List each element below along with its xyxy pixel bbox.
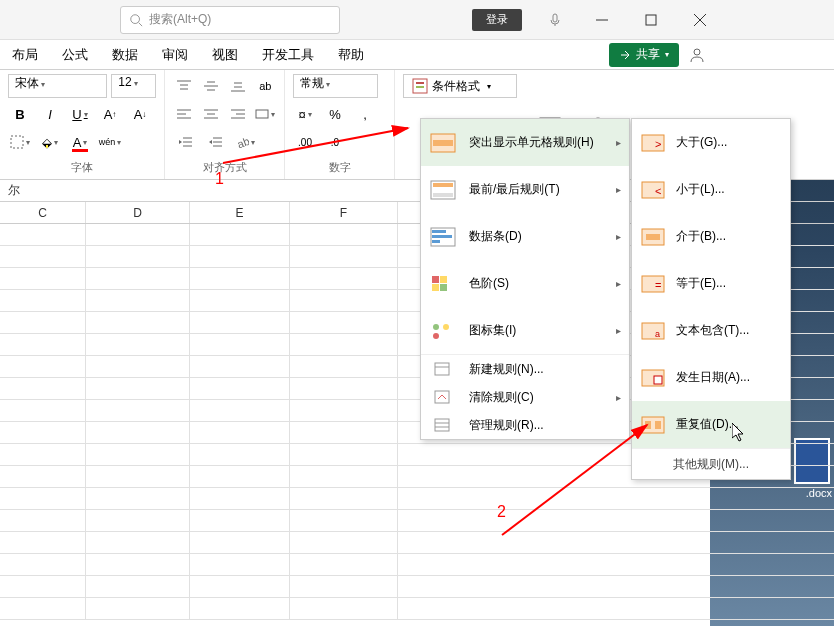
- cell[interactable]: [190, 356, 290, 377]
- cell[interactable]: [0, 466, 86, 487]
- menu-highlight-cells[interactable]: 突出显示单元格规则(H) ▸: [421, 119, 629, 166]
- close-button[interactable]: [688, 8, 712, 32]
- cell[interactable]: [86, 488, 190, 509]
- border-button[interactable]: [8, 130, 32, 154]
- cell[interactable]: [0, 422, 86, 443]
- menu-layout[interactable]: 布局: [0, 40, 50, 69]
- font-name-select[interactable]: 宋体: [8, 74, 107, 98]
- cell[interactable]: [0, 356, 86, 377]
- cell[interactable]: [86, 246, 190, 267]
- conditional-format-button[interactable]: 条件格式 ▾: [403, 74, 517, 98]
- wrap-text-button[interactable]: ab: [255, 74, 276, 98]
- cell[interactable]: [0, 290, 86, 311]
- menu-manage-rules[interactable]: 管理规则(R)...: [421, 411, 629, 439]
- cell[interactable]: [290, 378, 398, 399]
- font-size-select[interactable]: 12: [111, 74, 156, 98]
- cell[interactable]: [290, 312, 398, 333]
- align-center-button[interactable]: [200, 102, 221, 126]
- search-input[interactable]: 搜索(Alt+Q): [120, 6, 340, 34]
- menu-devtools[interactable]: 开发工具: [250, 40, 326, 69]
- cell[interactable]: [0, 488, 86, 509]
- italic-button[interactable]: I: [38, 102, 62, 126]
- menu-data[interactable]: 数据: [100, 40, 150, 69]
- cell[interactable]: [290, 422, 398, 443]
- submenu-duplicate[interactable]: 重复值(D)...: [632, 401, 790, 448]
- fill-color-button[interactable]: ⬙: [38, 130, 62, 154]
- cell[interactable]: [190, 268, 290, 289]
- cell[interactable]: [86, 356, 190, 377]
- cell[interactable]: [190, 422, 290, 443]
- cell[interactable]: [190, 312, 290, 333]
- cell[interactable]: [86, 422, 190, 443]
- cell[interactable]: [290, 488, 398, 509]
- cell[interactable]: [190, 444, 290, 465]
- cell[interactable]: [290, 224, 398, 245]
- increase-decimal-button[interactable]: .00: [293, 130, 317, 154]
- menu-top-bottom[interactable]: 最前/最后规则(T) ▸: [421, 166, 629, 213]
- cell[interactable]: [0, 598, 86, 619]
- col-header-e[interactable]: E: [190, 202, 290, 223]
- ruby-button[interactable]: wén: [98, 130, 122, 154]
- submenu-greater[interactable]: > 大于(G)...: [632, 119, 790, 166]
- col-header-f[interactable]: F: [290, 202, 398, 223]
- cell[interactable]: [290, 576, 398, 597]
- cell[interactable]: [290, 532, 398, 553]
- menu-clear-rules[interactable]: 清除规则(C) ▸: [421, 383, 629, 411]
- menu-new-rule[interactable]: 新建规则(N)...: [421, 355, 629, 383]
- cell[interactable]: [86, 466, 190, 487]
- font-color-button[interactable]: A: [68, 130, 92, 154]
- align-bottom-button[interactable]: [228, 74, 249, 98]
- cell[interactable]: [190, 466, 290, 487]
- cell[interactable]: [86, 290, 190, 311]
- cell[interactable]: [86, 400, 190, 421]
- decrease-decimal-button[interactable]: .0: [323, 130, 347, 154]
- cell[interactable]: [290, 400, 398, 421]
- menu-view[interactable]: 视图: [200, 40, 250, 69]
- submenu-between[interactable]: 介于(B)...: [632, 213, 790, 260]
- cell[interactable]: [0, 224, 86, 245]
- cell[interactable]: [86, 334, 190, 355]
- col-header-d[interactable]: D: [86, 202, 190, 223]
- menu-help[interactable]: 帮助: [326, 40, 376, 69]
- cell[interactable]: [190, 334, 290, 355]
- percent-button[interactable]: %: [323, 102, 347, 126]
- cell[interactable]: [86, 598, 190, 619]
- merge-button[interactable]: [255, 102, 276, 126]
- cell[interactable]: [0, 246, 86, 267]
- cell[interactable]: [190, 598, 290, 619]
- cell[interactable]: [190, 290, 290, 311]
- cell[interactable]: [190, 246, 290, 267]
- cell[interactable]: [0, 334, 86, 355]
- cell[interactable]: [290, 598, 398, 619]
- cell[interactable]: [86, 268, 190, 289]
- cell[interactable]: [190, 488, 290, 509]
- cell[interactable]: [86, 224, 190, 245]
- font-increase-button[interactable]: A↑: [98, 102, 122, 126]
- login-button[interactable]: 登录: [472, 9, 522, 31]
- cell[interactable]: [190, 400, 290, 421]
- underline-button[interactable]: U: [68, 102, 92, 126]
- cell[interactable]: [290, 466, 398, 487]
- cell[interactable]: [190, 554, 290, 575]
- submenu-less[interactable]: < 小于(L)...: [632, 166, 790, 213]
- cell[interactable]: [290, 356, 398, 377]
- align-left-button[interactable]: [173, 102, 194, 126]
- cell[interactable]: [0, 510, 86, 531]
- orientation-button[interactable]: ab: [233, 130, 257, 154]
- cell[interactable]: [0, 400, 86, 421]
- submenu-other-rules[interactable]: 其他规则(M)...: [632, 449, 790, 479]
- comments-icon[interactable]: [687, 45, 707, 65]
- cell[interactable]: [0, 312, 86, 333]
- cell[interactable]: [86, 444, 190, 465]
- cell[interactable]: [86, 532, 190, 553]
- indent-decrease-button[interactable]: [173, 130, 197, 154]
- bold-button[interactable]: B: [8, 102, 32, 126]
- cell[interactable]: [0, 554, 86, 575]
- menu-data-bars[interactable]: 数据条(D) ▸: [421, 213, 629, 260]
- share-button[interactable]: 共享 ▾: [609, 43, 679, 67]
- minimize-button[interactable]: [590, 8, 614, 32]
- align-right-button[interactable]: [228, 102, 249, 126]
- cell[interactable]: [290, 246, 398, 267]
- comma-button[interactable]: ,: [353, 102, 377, 126]
- menu-review[interactable]: 审阅: [150, 40, 200, 69]
